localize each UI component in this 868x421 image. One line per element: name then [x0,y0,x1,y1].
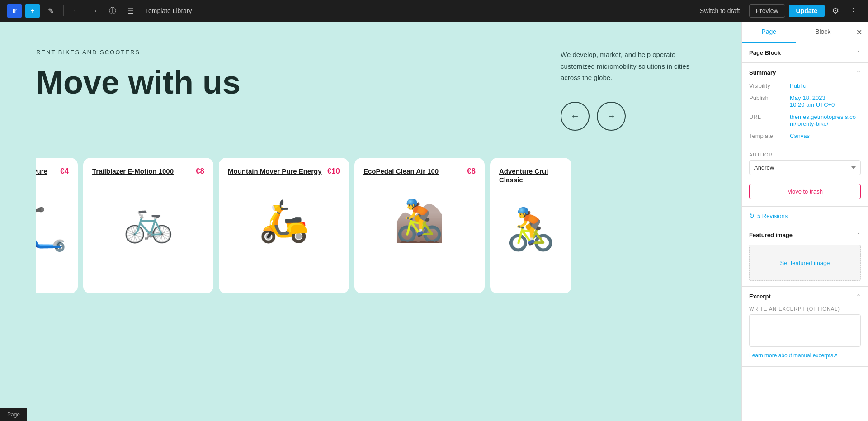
page-block-chevron-icon: ⌃ [856,50,861,56]
panel-close-button[interactable]: ✕ [850,22,868,43]
more-options-button[interactable]: ⋮ [846,4,861,18]
footer-page-label: Page [7,412,20,418]
info-button[interactable]: ⓘ [105,4,120,18]
canvas-area: RENT BIKES AND SCOOTERS Move with us We … [0,22,741,421]
tab-block[interactable]: Block [796,22,850,43]
list-item: Adventure Crui Classic 🚴 [490,158,571,293]
product-header: Trailblazer E-Motion 1000 €8 [92,167,204,176]
page-block-section: Page Block ⌃ [742,43,868,63]
set-featured-image-button[interactable]: Set featured image [780,260,830,266]
template-value[interactable]: Canvas [790,132,810,139]
list-item: EcoPedal Clean Air 100 €8 🚵 [354,158,485,293]
learn-more-link[interactable]: Learn more about manual excerpts↗ [749,352,838,359]
prev-button[interactable]: ← [561,102,590,131]
hero-description: We develop, market, and help operate cus… [561,49,705,84]
product-header: EcoPedal Clean Air 100 €8 [363,167,476,176]
move-to-trash-button[interactable]: Move to trash [749,184,861,199]
featured-image-header[interactable]: Featured image ⌃ [742,225,868,245]
list-item: Mountain Mover Pure Energy €10 🛵 [219,158,349,293]
hero-subtitle: RENT BIKES AND SCOOTERS [36,49,524,56]
main-layout: RENT BIKES AND SCOOTERS Move with us We … [0,22,868,421]
excerpt-header[interactable]: Excerpt ⌃ [742,287,868,306]
revisions-row[interactable]: ↻ 5 Revisions [742,207,868,225]
excerpt-chevron-icon: ⌃ [856,293,861,300]
toolbar-right: Switch to draft Preview Update ⚙ ⋮ [694,4,861,18]
revisions-count: 5 Revisions [757,213,788,219]
summary-title: Summary [749,69,776,76]
featured-image-title: Featured image [749,232,793,238]
toolbar: Ir + ✎ ← → ⓘ ☰ Template Library Switch t… [0,0,868,22]
hero-title: Move with us [36,65,524,100]
product-header: Mountain Mover Pure Energy €10 [228,167,340,176]
list-item: Trailblazer E-Motion 1000 €8 🚲 [83,158,213,293]
product-price: €4 [60,167,69,176]
close-icon: ✕ [856,28,862,37]
preview-button[interactable]: Preview [749,4,785,18]
undo-button[interactable]: ← [69,4,84,18]
update-button[interactable]: Update [789,5,825,17]
url-value[interactable]: themes.getmotopres s.com/lorenty-bike/ [790,114,861,127]
revisions-icon: ↻ [749,212,755,219]
page-content: RENT BIKES AND SCOOTERS Move with us We … [0,22,741,421]
author-section: AUTHOR Andrew [742,152,868,180]
excerpt-body: WRITE AN EXCERPT (OPTIONAL) Learn more a… [742,306,868,366]
switch-draft-button[interactable]: Switch to draft [694,5,745,17]
featured-image-chevron-icon: ⌃ [856,232,861,238]
product-price: €8 [196,167,204,176]
product-name: Trailblazer E-Motion 1000 [92,167,192,176]
products-section: ider Pure 100 €4 🛴 Trailblazer E-Motion … [36,158,705,293]
redo-button[interactable]: → [87,4,102,18]
publish-label: Publish [749,95,790,101]
logo: Ir [7,4,22,18]
page-block-title: Page Block [749,49,781,56]
hero-nav-buttons: ← → [561,102,705,131]
list-item: ider Pure 100 €4 🛴 [36,158,78,293]
visibility-label: Visibility [749,82,790,89]
product-name: ider Pure 100 [36,167,57,184]
add-button[interactable]: + [25,4,40,18]
list-view-button[interactable]: ☰ [123,4,138,18]
summary-body: Visibility Public Publish May 18, 2023 1… [742,82,868,152]
settings-button[interactable]: ⚙ [828,4,843,18]
excerpt-section: Excerpt ⌃ WRITE AN EXCERPT (OPTIONAL) Le… [742,287,868,367]
product-image: 🛴 [36,189,69,270]
product-image: 🚲 [92,180,204,262]
summary-row-publish: Publish May 18, 2023 10:20 am UTC+0 [749,95,861,108]
product-image: 🛵 [228,180,340,262]
arrow-left-icon: ← [571,111,580,121]
publish-value[interactable]: May 18, 2023 10:20 am UTC+0 [790,95,835,108]
summary-chevron-icon: ⌃ [856,70,861,76]
author-select[interactable]: Andrew [749,160,861,175]
summary-header[interactable]: Summary ⌃ [742,63,868,82]
featured-image-placeholder[interactable]: Set featured image [749,245,861,281]
footer-bar: Page [0,408,27,421]
arrow-right-icon: → [607,111,616,121]
excerpt-write-label: WRITE AN EXCERPT (OPTIONAL) [749,306,861,312]
hero-left: RENT BIKES AND SCOOTERS Move with us [36,49,524,131]
template-label: Template [749,132,790,139]
tab-page[interactable]: Page [742,22,796,43]
product-image: 🚵 [363,180,476,262]
divider-1 [63,5,64,16]
featured-image-section: Featured image ⌃ Set featured image [742,225,868,287]
product-price: €10 [327,167,340,176]
product-header: Adventure Crui Classic [499,167,562,184]
author-label: AUTHOR [749,152,861,157]
product-name: Adventure Crui Classic [499,167,562,184]
product-name: EcoPedal Clean Air 100 [363,167,463,176]
product-image: 🚴 [499,189,562,270]
url-label: URL [749,114,790,120]
product-name: Mountain Mover Pure Energy [228,167,324,176]
page-block-header[interactable]: Page Block ⌃ [742,43,868,62]
summary-row-template: Template Canvas [749,132,861,139]
excerpt-title: Excerpt [749,293,771,300]
excerpt-textarea[interactable] [749,314,861,347]
visibility-value[interactable]: Public [790,82,806,89]
product-header: ider Pure 100 €4 [36,167,69,184]
edit-button[interactable]: ✎ [43,4,58,18]
next-button[interactable]: → [597,102,626,131]
right-panel: Page Block ✕ Page Block ⌃ Summary ⌃ [741,22,868,421]
hero-right: We develop, market, and help operate cus… [561,49,705,131]
gear-icon: ⚙ [832,6,839,16]
product-price: €8 [467,167,476,176]
